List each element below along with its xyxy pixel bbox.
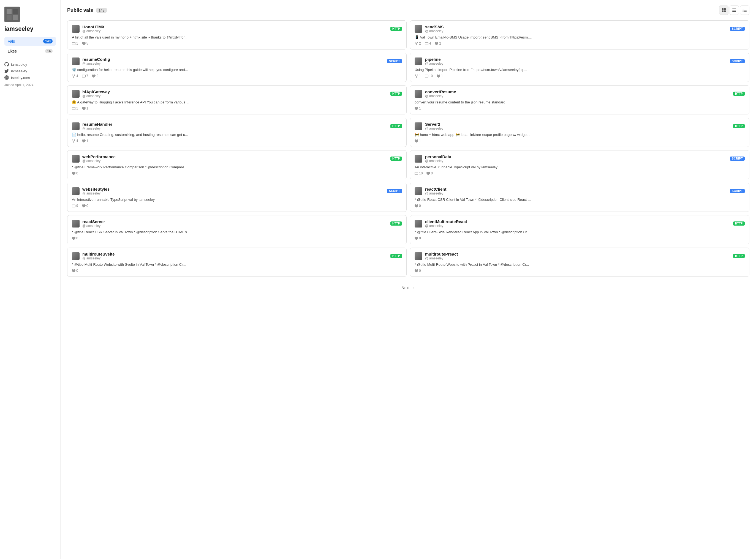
card-header: hfApiGateway @iamseeley HTTP	[72, 89, 402, 98]
card-description: Using Pipeline import Pipeline from "htt…	[415, 68, 745, 72]
type-badge: SCRIPT	[730, 59, 745, 63]
val-card[interactable]: webPerformance @iamseeley HTTP * @title …	[67, 150, 407, 179]
val-card[interactable]: clientMultirouteReact @iamseeley HTTP * …	[410, 215, 749, 244]
card-description: convert your resume content to the json …	[415, 100, 745, 104]
menu-button[interactable]	[740, 5, 749, 15]
card-avatar	[72, 187, 80, 195]
card-avatar	[415, 220, 422, 227]
card-author: @iamseeley	[82, 29, 105, 33]
likes-stat: 0	[415, 204, 421, 208]
val-card[interactable]: HonoHTMX @iamseeley HTTP A list of all t…	[67, 20, 407, 49]
card-author: @iamseeley	[425, 127, 443, 130]
card-name: reactServer	[82, 219, 105, 224]
website-link[interactable]: tseeley.com	[4, 74, 56, 81]
type-badge: SCRIPT	[730, 189, 745, 193]
card-name: HonoHTMX	[82, 24, 105, 29]
card-description: 🚧 hono + htmx web app 🚧 idea: linktree-e…	[415, 133, 745, 137]
card-title-row: clientMultirouteReact @iamseeley	[415, 219, 467, 228]
card-description: ⚙️ configuration for hello, resume this …	[72, 68, 402, 72]
card-avatar	[72, 122, 80, 130]
card-author: @iamseeley	[425, 29, 444, 33]
likes-stat: 1	[82, 139, 88, 143]
card-title-row: resumeHandler @iamseeley	[72, 122, 112, 130]
card-stats: 0	[415, 236, 745, 240]
card-avatar	[72, 90, 80, 98]
val-card[interactable]: multirouteSvelte @iamseeley HTTP * @titl…	[67, 248, 407, 277]
twitter-link[interactable]: iamseeley	[4, 68, 56, 74]
val-card[interactable]: websiteStyles @iamseeley SCRIPT An inter…	[67, 183, 407, 212]
val-card[interactable]: multiroutePreact @iamseeley HTTP * @titl…	[410, 248, 749, 277]
val-card[interactable]: resumeConfig @iamseeley SCRIPT ⚙️ config…	[67, 53, 407, 82]
github-username: iamseeley	[11, 63, 27, 67]
card-title-row: webPerformance @iamseeley	[72, 154, 116, 163]
val-card[interactable]: sendSMS @iamseeley SCRIPT 📱 Val Town Ema…	[410, 20, 749, 49]
type-badge: HTTP	[390, 221, 402, 226]
svg-rect-7	[722, 10, 723, 12]
val-card[interactable]: reactServer @iamseeley HTTP * @title Rea…	[67, 215, 407, 244]
val-card[interactable]: reactClient @iamseeley SCRIPT * @title R…	[410, 183, 749, 212]
val-card[interactable]: pipeline @iamseeley SCRIPT Using Pipelin…	[410, 53, 749, 82]
next-button[interactable]: Next →	[397, 283, 419, 292]
card-author: @iamseeley	[425, 62, 443, 65]
references-stat: 10	[415, 171, 423, 175]
card-title-row: personalData @iamseeley	[415, 154, 451, 163]
likes-stat: 1	[415, 139, 421, 143]
val-card[interactable]: Server2 @iamseeley HTTP 🚧 hono + htmx we…	[410, 118, 749, 147]
card-info: sendSMS @iamseeley	[425, 24, 444, 33]
card-name: multiroutePreact	[425, 252, 458, 256]
val-card[interactable]: resumeHandler @iamseeley HTTP 📄 hello, r…	[67, 118, 407, 147]
card-info: webPerformance @iamseeley	[82, 154, 116, 163]
card-title-row: reactServer @iamseeley	[72, 219, 105, 228]
menu-icon	[742, 8, 747, 13]
likes-stat: 0	[415, 236, 421, 240]
grid-view-button[interactable]	[719, 5, 729, 15]
view-controls	[719, 5, 749, 15]
github-link[interactable]: iamseeley	[4, 61, 56, 68]
card-avatar	[72, 220, 80, 227]
svg-point-12	[743, 9, 743, 9]
card-stats: 0	[415, 204, 745, 208]
card-author: @iamseeley	[82, 192, 110, 195]
sidebar-item-vals[interactable]: Vals 143	[4, 37, 56, 46]
card-description: 📄 hello, resume Creating, customizing, a…	[72, 133, 402, 137]
card-stats: 0	[72, 236, 402, 240]
val-card[interactable]: hfApiGateway @iamseeley HTTP 🤗 A gateway…	[67, 85, 407, 114]
card-info: convertResume @iamseeley	[425, 89, 456, 98]
card-author: @iamseeley	[82, 159, 116, 163]
card-name: Server2	[425, 122, 443, 127]
val-card[interactable]: personalData @iamseeley SCRIPT An intera…	[410, 150, 749, 179]
card-avatar	[415, 155, 422, 162]
sidebar-item-likes[interactable]: Likes 14	[4, 47, 56, 55]
svg-rect-5	[722, 8, 723, 10]
list-view-button[interactable]	[730, 5, 739, 15]
grid-icon	[721, 8, 726, 13]
card-name: multirouteSvelte	[82, 252, 115, 256]
type-badge: HTTP	[733, 124, 745, 128]
joined-date: Joined April 1, 2024	[4, 83, 56, 87]
val-card[interactable]: convertResume @iamseeley HTTP convert yo…	[410, 85, 749, 114]
forks-stat: 1	[415, 74, 421, 78]
card-header: sendSMS @iamseeley SCRIPT	[415, 24, 745, 33]
website-url: tseeley.com	[11, 76, 30, 80]
type-badge: SCRIPT	[730, 27, 745, 31]
vals-grid: HonoHTMX @iamseeley HTTP A list of all t…	[67, 20, 749, 277]
sidebar-vals-badge: 143	[43, 39, 52, 43]
card-info: pipeline @iamseeley	[425, 57, 443, 65]
card-avatar	[72, 25, 80, 33]
type-badge: HTTP	[390, 157, 402, 161]
card-avatar	[72, 58, 80, 65]
card-avatar	[415, 25, 422, 33]
likes-stat: 0	[427, 171, 433, 175]
card-header: HonoHTMX @iamseeley HTTP	[72, 24, 402, 33]
card-author: @iamseeley	[425, 256, 458, 260]
avatar	[4, 7, 20, 22]
card-author: @iamseeley	[425, 224, 467, 228]
card-header: personalData @iamseeley SCRIPT	[415, 154, 745, 163]
github-icon	[4, 62, 9, 67]
card-stats: 2 4 2	[415, 42, 745, 45]
sidebar-likes-badge: 14	[45, 49, 52, 53]
footer-nav: Next →	[67, 283, 749, 296]
references-stat: 1	[72, 107, 78, 110]
card-description: 🤗 A gateway to Hugging Face's Inference …	[72, 100, 402, 104]
likes-stat: 1	[437, 74, 443, 78]
